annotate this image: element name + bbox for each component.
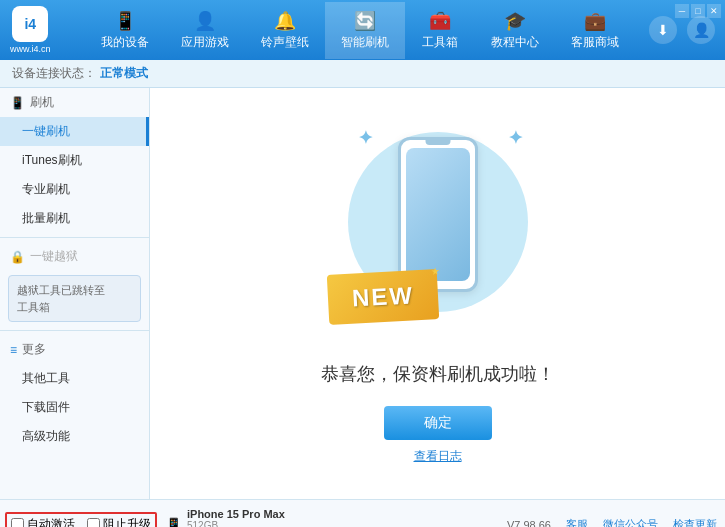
apps-icon: 👤 [194, 10, 216, 32]
sparkle-1: ✦ [358, 127, 373, 149]
flash-section-label: 刷机 [30, 94, 54, 111]
device-phone-icon: 📱 [165, 517, 182, 528]
bottom-right: V7.98.66 客服 微信公众号 检查更新 [507, 517, 717, 527]
sidebar-item-one-key-flash[interactable]: 一键刷机 [0, 117, 149, 146]
nav-smart-flash-label: 智能刷机 [341, 34, 389, 51]
nav-toolbox-label: 工具箱 [422, 34, 458, 51]
logo-icon: i4 [12, 6, 48, 42]
bottom-bar: 自动激活 阻止升级 📱 iPhone 15 Pro Max 512GB iPho… [0, 499, 725, 527]
main-content: ✦ ✦ ✦ NEW ★ 恭喜您，保资料刷机成功啦！ 确定 查看日志 [150, 88, 725, 499]
phone-screen [406, 148, 470, 281]
phone-illustration: ✦ ✦ ✦ NEW ★ [338, 122, 538, 342]
download-button[interactable]: ⬇ [649, 16, 677, 44]
nav-ringtone[interactable]: 🔔 铃声壁纸 [245, 2, 325, 59]
nav-smart-flash[interactable]: 🔄 智能刷机 [325, 2, 405, 59]
sidebar-item-itunes-flash[interactable]: iTunes刷机 [0, 146, 149, 175]
device-storage: 512GB [187, 520, 285, 528]
sidebar-item-batch-flash[interactable]: 批量刷机 [0, 204, 149, 233]
new-banner-stars: ★ [430, 266, 440, 277]
customer-service-link[interactable]: 客服 [566, 517, 588, 527]
close-button[interactable]: ✕ [707, 4, 721, 18]
auto-activate-checkbox[interactable]: 自动激活 [11, 516, 75, 527]
check-update-link[interactable]: 检查更新 [673, 517, 717, 527]
status-label: 设备连接状态： [12, 65, 96, 82]
nav-service-label: 客服商域 [571, 34, 619, 51]
confirm-button[interactable]: 确定 [384, 406, 492, 440]
more-section-label: 更多 [22, 341, 46, 358]
device-icon: 📱 [114, 10, 136, 32]
divider-2 [0, 330, 149, 331]
logo: i4 www.i4.cn [10, 6, 51, 54]
device-name: iPhone 15 Pro Max [187, 508, 285, 520]
nav-toolbox[interactable]: 🧰 工具箱 [405, 2, 475, 59]
jailbreak-section-label: 一键越狱 [30, 248, 78, 265]
sidebar-section-more[interactable]: ≡ 更多 [0, 335, 149, 364]
sidebar-item-other-tools[interactable]: 其他工具 [0, 364, 149, 393]
lock-section-icon: 🔒 [10, 250, 25, 264]
nav-right: ⬇ 👤 [649, 16, 715, 44]
phone-notch [425, 140, 450, 145]
service-icon: 💼 [584, 10, 606, 32]
header: i4 www.i4.cn 📱 我的设备 👤 应用游戏 🔔 铃声壁纸 🔄 智能刷机… [0, 0, 725, 60]
anti-upgrade-checkbox[interactable]: 阻止升级 [87, 516, 151, 527]
nav-bar: 📱 我的设备 👤 应用游戏 🔔 铃声壁纸 🔄 智能刷机 🧰 工具箱 🎓 教程中心… [71, 2, 649, 59]
device-info: 📱 iPhone 15 Pro Max 512GB iPhone [165, 508, 285, 528]
anti-upgrade-label: 阻止升级 [103, 516, 151, 527]
user-button[interactable]: 👤 [687, 16, 715, 44]
jailbreak-note: 越狱工具已跳转至工具箱 [8, 275, 141, 322]
new-banner-text: NEW [351, 281, 414, 312]
sidebar: 📱 刷机 一键刷机 iTunes刷机 专业刷机 批量刷机 🔒 一键越狱 越狱工具… [0, 88, 150, 499]
minimize-button[interactable]: ─ [675, 4, 689, 18]
auto-activate-input[interactable] [11, 518, 24, 527]
ringtone-icon: 🔔 [274, 10, 296, 32]
nav-service[interactable]: 💼 客服商域 [555, 2, 635, 59]
sidebar-item-download-firmware[interactable]: 下载固件 [0, 393, 149, 422]
nav-app-games[interactable]: 👤 应用游戏 [165, 2, 245, 59]
toolbox-icon: 🧰 [429, 10, 451, 32]
window-controls: ─ □ ✕ [675, 4, 721, 18]
logo-text: www.i4.cn [10, 44, 51, 54]
auto-activate-label: 自动激活 [27, 516, 75, 527]
nav-tutorial-label: 教程中心 [491, 34, 539, 51]
anti-upgrade-input[interactable] [87, 518, 100, 527]
version-label: V7.98.66 [507, 519, 551, 528]
device-details: iPhone 15 Pro Max 512GB iPhone [187, 508, 285, 528]
nav-tutorial[interactable]: 🎓 教程中心 [475, 2, 555, 59]
maximize-button[interactable]: □ [691, 4, 705, 18]
log-link[interactable]: 查看日志 [414, 448, 462, 465]
sub-header: 设备连接状态： 正常模式 [0, 60, 725, 88]
nav-my-device-label: 我的设备 [101, 34, 149, 51]
tutorial-icon: 🎓 [504, 10, 526, 32]
new-banner: NEW ★ [326, 269, 438, 325]
sidebar-section-jailbreak: 🔒 一键越狱 [0, 242, 149, 271]
sparkle-2: ✦ [508, 127, 523, 149]
more-section-icon: ≡ [10, 343, 17, 357]
wechat-link[interactable]: 微信公众号 [603, 517, 658, 527]
status-value: 正常模式 [100, 65, 148, 82]
flash-icon: 🔄 [354, 10, 376, 32]
sidebar-section-flash[interactable]: 📱 刷机 [0, 88, 149, 117]
main-layout: 📱 刷机 一键刷机 iTunes刷机 专业刷机 批量刷机 🔒 一键越狱 越狱工具… [0, 88, 725, 499]
divider-1 [0, 237, 149, 238]
success-message: 恭喜您，保资料刷机成功啦！ [321, 362, 555, 386]
nav-ringtone-label: 铃声壁纸 [261, 34, 309, 51]
sidebar-item-advanced[interactable]: 高级功能 [0, 422, 149, 451]
nav-my-device[interactable]: 📱 我的设备 [85, 2, 165, 59]
sidebar-item-pro-flash[interactable]: 专业刷机 [0, 175, 149, 204]
checkbox-group: 自动激活 阻止升级 [5, 512, 157, 527]
flash-section-icon: 📱 [10, 96, 25, 110]
nav-app-games-label: 应用游戏 [181, 34, 229, 51]
